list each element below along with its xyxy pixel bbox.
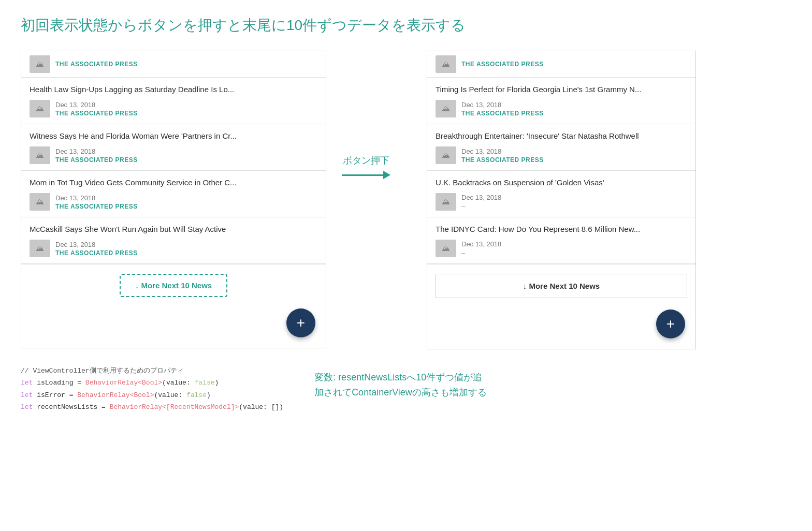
news-source: THE ASSOCIATED PRESS [55, 203, 138, 210]
news-meta: ⛰ Dec 13, 2018 – [436, 193, 687, 211]
news-source: THE ASSOCIATED PRESS [461, 61, 544, 68]
news-source: THE ASSOCIATED PRESS [55, 110, 138, 117]
news-info: Dec 13, 2018 THE ASSOCIATED PRESS [55, 241, 138, 257]
news-date: Dec 13, 2018 [461, 194, 501, 201]
right-description: 変数: resentNewsListsへ10件ずつ値が追加されてContaine… [314, 370, 490, 400]
news-info: Dec 13, 2018 THE ASSOCIATED PRESS [55, 194, 138, 210]
image-icon: ⛰ [36, 197, 44, 207]
news-date: Dec 13, 2018 [55, 101, 138, 109]
more-button-container: ↓ More Next 10 News [21, 264, 326, 306]
more-next-10-button-right[interactable]: ↓ More Next 10 News [436, 274, 687, 298]
news-meta: ⛰ Dec 13, 2018 THE ASSOCIATED PRESS [30, 193, 317, 211]
news-item: Health Law Sign-Ups Lagging as Saturday … [21, 78, 326, 124]
news-info: THE ASSOCIATED PRESS [55, 61, 138, 68]
code-comment: // ViewController側で利用するためのプロパティ [21, 365, 283, 377]
news-dash: – [461, 202, 501, 210]
news-image-placeholder: ⛰ [30, 146, 50, 164]
image-icon: ⛰ [36, 60, 44, 69]
news-title: Mom in Tot Tug Video Gets Community Serv… [30, 177, 317, 188]
news-date: Dec 13, 2018 [55, 241, 138, 248]
news-source: THE ASSOCIATED PRESS [55, 249, 138, 257]
code-line-3: let recentNewsLists = BehaviorRelay<[Rec… [21, 401, 283, 413]
news-date: Dec 13, 2018 [461, 101, 544, 109]
news-title: Health Law Sign-Ups Lagging as Saturday … [30, 84, 317, 95]
news-meta: ⛰ Dec 13, 2018 THE ASSOCIATED PRESS [436, 100, 687, 117]
image-icon: ⛰ [442, 197, 450, 207]
news-title: The IDNYC Card: How Do You Represent 8.6… [436, 224, 687, 234]
more-button-container-right: ↓ More Next 10 News [427, 264, 695, 307]
news-item: Witness Says He and Florida Woman Were '… [21, 124, 326, 171]
news-info: Dec 13, 2018 THE ASSOCIATED PRESS [55, 101, 138, 117]
news-title: Breakthrough Entertainer: 'Insecure' Sta… [436, 130, 687, 141]
image-icon: ⛰ [442, 60, 450, 69]
image-icon: ⛰ [442, 104, 450, 113]
arrow-head [383, 171, 390, 179]
news-date: Dec 13, 2018 [461, 240, 501, 248]
news-title: Timing Is Perfect for Florida Georgia Li… [436, 84, 687, 95]
news-date: Dec 13, 2018 [461, 148, 544, 155]
news-title: U.K. Backtracks on Suspension of 'Golden… [436, 177, 687, 188]
news-item: Timing Is Perfect for Florida Georgia Li… [427, 78, 695, 124]
fab-button-right[interactable]: + [656, 309, 685, 338]
arrow-area: ボタン押下 [326, 51, 406, 179]
news-image-placeholder: ⛰ [436, 193, 456, 211]
page-title: 初回表示状態からボタンを押すと末尾に10件ずつデータを表示する [21, 16, 791, 35]
news-meta: ⛰ Dec 13, 2018 THE ASSOCIATED PRESS [30, 146, 317, 164]
news-meta: ⛰ Dec 13, 2018 THE ASSOCIATED PRESS [30, 240, 317, 257]
image-icon: ⛰ [36, 244, 44, 253]
news-date: Dec 13, 2018 [55, 148, 138, 155]
news-item: Breakthrough Entertainer: 'Insecure' Sta… [427, 124, 695, 171]
news-info: Dec 13, 2018 THE ASSOCIATED PRESS [55, 148, 138, 164]
news-meta: ⛰ Dec 13, 2018 – [436, 240, 687, 257]
fab-button[interactable]: + [286, 308, 315, 337]
news-source: THE ASSOCIATED PRESS [461, 110, 544, 117]
top-partial-item: ⛰ THE ASSOCIATED PRESS [427, 51, 695, 78]
code-section: // ViewController側で利用するためのプロパティ let isLo… [21, 365, 791, 414]
top-partial-item: ⛰ THE ASSOCIATED PRESS [21, 51, 326, 78]
left-panel: ⛰ THE ASSOCIATED PRESS Health Law Sign-U… [21, 51, 326, 348]
arrow-line [342, 171, 390, 179]
news-title: McCaskill Says She Won't Run Again but W… [30, 224, 317, 234]
news-title: Witness Says He and Florida Woman Were '… [30, 130, 317, 141]
news-image-placeholder: ⛰ [436, 146, 456, 164]
news-image-placeholder: ⛰ [436, 100, 456, 117]
more-next-10-button[interactable]: ↓ More Next 10 News [120, 274, 227, 297]
news-meta: ⛰ Dec 13, 2018 THE ASSOCIATED PRESS [436, 146, 687, 164]
panel-bottom-space [21, 306, 326, 348]
image-icon: ⛰ [36, 104, 44, 113]
news-info: Dec 13, 2018 THE ASSOCIATED PRESS [461, 101, 544, 117]
news-item: The IDNYC Card: How Do You Represent 8.6… [427, 217, 695, 264]
image-icon: ⛰ [442, 151, 450, 160]
image-icon: ⛰ [442, 244, 450, 253]
news-info: Dec 13, 2018 – [461, 194, 501, 210]
code-line-2: let isError = BehaviorRelay<Bool>(value:… [21, 389, 283, 401]
arrow-label: ボタン押下 [343, 154, 389, 167]
code-line-1: let isLoading = BehaviorRelay<Bool>(valu… [21, 377, 283, 389]
arrow-body [342, 174, 383, 176]
news-info: THE ASSOCIATED PRESS [461, 61, 544, 68]
main-content: ⛰ THE ASSOCIATED PRESS Health Law Sign-U… [21, 51, 791, 349]
news-item: McCaskill Says She Won't Run Again but W… [21, 217, 326, 264]
news-info: Dec 13, 2018 – [461, 240, 501, 257]
right-panel: ⛰ THE ASSOCIATED PRESS Timing Is Perfect… [427, 51, 696, 349]
news-dash: – [461, 249, 501, 257]
news-image-placeholder: ⛰ [436, 55, 456, 73]
code-block: // ViewController側で利用するためのプロパティ let isLo… [21, 365, 283, 414]
news-item: Mom in Tot Tug Video Gets Community Serv… [21, 171, 326, 217]
panel-bottom-space [427, 307, 695, 349]
news-image-placeholder: ⛰ [436, 240, 456, 257]
news-source: THE ASSOCIATED PRESS [55, 156, 138, 164]
news-image-placeholder: ⛰ [30, 100, 50, 117]
news-image-placeholder: ⛰ [30, 240, 50, 257]
news-source: THE ASSOCIATED PRESS [55, 61, 138, 68]
news-image-placeholder: ⛰ [30, 55, 50, 73]
news-image-placeholder: ⛰ [30, 193, 50, 211]
news-date: Dec 13, 2018 [55, 194, 138, 202]
news-meta: ⛰ Dec 13, 2018 THE ASSOCIATED PRESS [30, 100, 317, 117]
image-icon: ⛰ [36, 151, 44, 160]
news-source: THE ASSOCIATED PRESS [461, 156, 544, 164]
news-item: U.K. Backtracks on Suspension of 'Golden… [427, 171, 695, 217]
news-info: Dec 13, 2018 THE ASSOCIATED PRESS [461, 148, 544, 164]
